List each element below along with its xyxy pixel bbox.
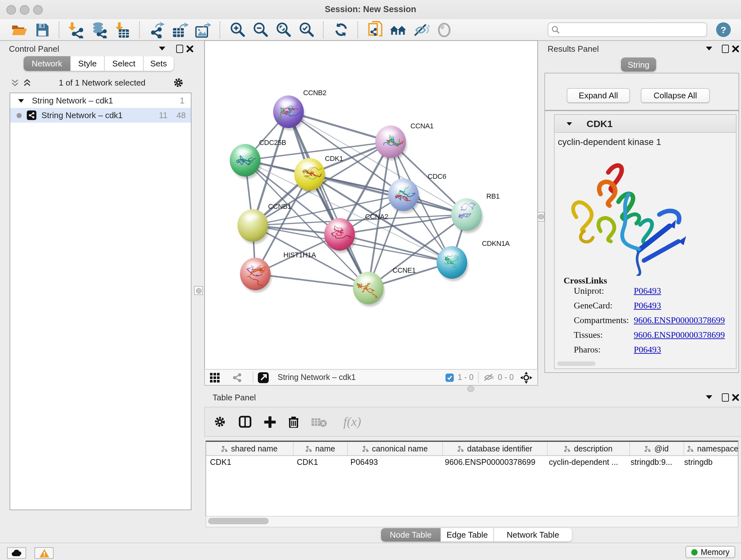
- node-result-header[interactable]: CDK1: [555, 115, 736, 133]
- control-panel-collapse-icon[interactable]: [159, 47, 165, 51]
- create-column-icon[interactable]: [264, 416, 276, 428]
- home-icon[interactable]: [390, 21, 407, 38]
- expand-all-button[interactable]: Expand All: [567, 88, 630, 103]
- search-field[interactable]: [548, 22, 707, 37]
- graph-node-CDK1[interactable]: [294, 158, 326, 193]
- cloud-button[interactable]: [7, 547, 26, 559]
- import-table-icon[interactable]: [114, 21, 131, 38]
- table-cell[interactable]: CDK1: [206, 456, 293, 470]
- import-network-icon[interactable]: [68, 21, 85, 38]
- graph-node-CDC25B[interactable]: [230, 144, 261, 179]
- table-hscrollbar[interactable]: [205, 516, 738, 527]
- tree-expand-icon[interactable]: [18, 99, 24, 103]
- export-image-icon[interactable]: [195, 21, 211, 38]
- import-database-icon[interactable]: [91, 21, 108, 38]
- table-cell[interactable]: 9606.ENSP00000378699: [441, 456, 545, 470]
- column-header-description[interactable]: description: [548, 442, 630, 455]
- open-in-new-window-icon[interactable]: [258, 372, 269, 383]
- graph-node-CCNA1[interactable]: [375, 125, 407, 160]
- table-cell[interactable]: stringdb: [680, 456, 738, 470]
- network-group-row[interactable]: String Network – cdk1 1: [10, 93, 191, 108]
- clone-network-icon[interactable]: [367, 21, 384, 38]
- column-header-namespace[interactable]: namespace: [684, 442, 738, 455]
- graph-node-HIST1H1A[interactable]: [240, 258, 272, 293]
- save-session-icon[interactable]: [34, 21, 51, 38]
- expand-all-chevrons-icon[interactable]: [23, 78, 31, 86]
- column-header-@id[interactable]: @id: [630, 442, 684, 455]
- graph-node-CDC6[interactable]: [388, 179, 420, 213]
- column-header-database-identifier[interactable]: database identifier: [443, 442, 548, 455]
- graph-node-RB1[interactable]: [451, 198, 483, 233]
- tab-network-table[interactable]: Network Table: [494, 528, 572, 542]
- node-collapse-icon[interactable]: [567, 122, 572, 125]
- show-columns-icon[interactable]: [239, 416, 252, 428]
- control-panel-close-icon[interactable]: [186, 45, 193, 52]
- table-cell[interactable]: stringdb:9...: [627, 456, 680, 470]
- table-cell[interactable]: cyclin-dependent ...: [545, 456, 627, 470]
- memory-button[interactable]: Memory: [685, 546, 735, 558]
- tab-style[interactable]: Style: [71, 56, 105, 71]
- gear-icon[interactable]: [173, 77, 184, 88]
- graph-edge[interactable]: [255, 274, 368, 288]
- table-panel-close-icon[interactable]: [732, 394, 739, 401]
- graph-node-CDKN1A[interactable]: [436, 246, 468, 281]
- share-network-icon[interactable]: [232, 373, 242, 382]
- tab-edge-table[interactable]: Edge Table: [441, 528, 494, 542]
- network-view-canvas[interactable]: CCNB2CCNA1CDC25BCDK1CDC6RB1CCNB1CCNA2CDK…: [204, 40, 538, 370]
- crosslink-value-link[interactable]: P06493: [634, 345, 661, 355]
- table-hscroll-thumb[interactable]: [208, 518, 269, 524]
- control-panel-float-icon[interactable]: [176, 45, 183, 53]
- zoom-out-icon[interactable]: [252, 21, 269, 38]
- refresh-layout-icon[interactable]: [333, 21, 349, 38]
- graph-node-CCNE1[interactable]: [353, 272, 385, 307]
- left-splitter-handle[interactable]: [194, 286, 203, 295]
- collapse-all-chevrons-icon[interactable]: [11, 78, 19, 86]
- zoom-fit-icon[interactable]: [275, 21, 292, 38]
- zoom-in-icon[interactable]: [229, 21, 246, 38]
- graph-edge[interactable]: [288, 112, 368, 288]
- tab-sets[interactable]: Sets: [144, 56, 174, 71]
- zoom-selected-icon[interactable]: [298, 21, 315, 38]
- preview-eye-icon[interactable]: [436, 21, 453, 38]
- graph-node-CCNB2[interactable]: [273, 96, 307, 130]
- help-icon[interactable]: ?: [716, 22, 731, 37]
- results-panel-collapse-icon[interactable]: [706, 47, 712, 51]
- crosslink-value-link[interactable]: P06493: [634, 301, 661, 311]
- tab-select[interactable]: Select: [105, 56, 144, 71]
- bottom-splitter-handle[interactable]: [467, 386, 474, 392]
- open-session-icon[interactable]: [11, 21, 27, 38]
- table-row[interactable]: CDK1CDK1P064939606.ENSP00000378699cyclin…: [206, 456, 738, 470]
- export-network-icon[interactable]: [149, 21, 165, 38]
- hide-panels-icon[interactable]: [413, 21, 429, 38]
- selected-checkbox-icon[interactable]: [446, 373, 454, 381]
- warning-button[interactable]: [35, 547, 54, 559]
- table-cell[interactable]: P06493: [347, 456, 441, 470]
- tab-node-table[interactable]: Node Table: [381, 528, 441, 542]
- results-hscroll-thumb[interactable]: [557, 361, 596, 366]
- delete-table-icon[interactable]: [312, 417, 327, 427]
- fit-content-crosshair-icon[interactable]: [520, 371, 532, 383]
- results-panel-close-icon[interactable]: [732, 45, 739, 52]
- column-header-shared-name[interactable]: shared name: [206, 442, 293, 455]
- function-builder-icon[interactable]: f(x): [343, 415, 361, 429]
- column-header-canonical-name[interactable]: canonical name: [348, 442, 443, 455]
- table-panel-collapse-icon[interactable]: [706, 395, 712, 399]
- tab-string[interactable]: String: [621, 57, 656, 71]
- hidden-eye-icon[interactable]: [483, 373, 494, 382]
- crosslink-value-link[interactable]: 9606.ENSP00000378699: [634, 330, 725, 340]
- graph-node-label: CDC6: [428, 172, 446, 180]
- tab-network[interactable]: Network: [23, 56, 71, 71]
- delete-column-icon[interactable]: [288, 416, 299, 428]
- collapse-all-button[interactable]: Collapse All: [641, 88, 710, 103]
- crosslink-value-link[interactable]: 9606.ENSP00000378699: [634, 315, 725, 326]
- birdseye-grid-icon[interactable]: [210, 373, 219, 382]
- table-cell[interactable]: CDK1: [293, 456, 347, 470]
- column-header-name[interactable]: name: [293, 442, 348, 455]
- results-panel-float-icon[interactable]: [722, 45, 729, 53]
- table-gear-icon[interactable]: [214, 416, 226, 428]
- crosslink-value-link[interactable]: P06493: [634, 286, 661, 296]
- table-panel-float-icon[interactable]: [722, 393, 729, 401]
- search-input[interactable]: [563, 23, 706, 36]
- export-table-icon[interactable]: [172, 21, 188, 38]
- network-item-row[interactable]: String Network – cdk1 11 48: [10, 108, 191, 123]
